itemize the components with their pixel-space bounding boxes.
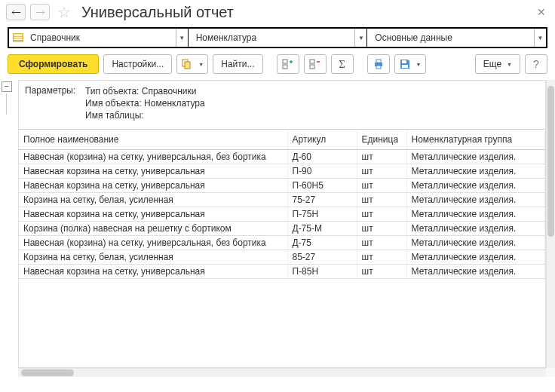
report-table: Полное наименование Артикул Единица Номе… — [19, 129, 545, 279]
generate-button-label: Сформировать — [19, 59, 87, 69]
table-row[interactable]: Навесная корзина на сетку, универсальная… — [19, 164, 545, 179]
table-row[interactable]: Навесная (корзина) на сетку, универсальн… — [19, 150, 545, 164]
cell-name: Навесная корзина на сетку, универсальная — [19, 164, 287, 179]
dropdown-icon[interactable]: ▼ — [354, 29, 366, 47]
dropdown-icon[interactable]: ▼ — [534, 29, 546, 47]
cell-name: Навесная корзина на сетку, универсальная — [19, 265, 287, 279]
variants-icon — [181, 58, 193, 70]
toolbar: Сформировать Настройки... ▼ Найти... Σ ▼… — [0, 54, 555, 80]
cell-unit: шт — [357, 179, 406, 193]
cell-group: Металлические изделия. — [406, 193, 545, 207]
cell-name: Корзина на сетку, белая, усиленная — [19, 193, 287, 207]
svg-rect-6 — [283, 60, 287, 63]
cell-article: Д-75-М — [287, 222, 357, 236]
cell-article: 85-27 — [287, 250, 357, 265]
more-button[interactable]: Еще ▼ — [475, 54, 520, 74]
cell-name: Навесная корзина на сетку, универсальная — [19, 179, 287, 193]
help-icon: ? — [533, 58, 539, 70]
catalog-icon — [12, 32, 24, 43]
cell-article: П-90 — [287, 164, 357, 179]
svg-rect-7 — [283, 65, 287, 69]
svg-rect-14 — [402, 65, 408, 68]
variants-button[interactable]: ▼ — [176, 54, 208, 74]
save-button[interactable]: ▼ — [394, 54, 426, 74]
chevron-down-icon: ▼ — [507, 62, 512, 67]
cell-unit: шт — [357, 222, 406, 236]
table-row[interactable]: Навесная (корзина) на сетку, универсальн… — [19, 236, 545, 250]
floppy-icon — [399, 58, 411, 70]
selector-object-name-text: Номенклатура — [189, 32, 355, 43]
scrollbar-thumb[interactable] — [21, 369, 74, 376]
cell-unit: шт — [357, 164, 406, 179]
cell-article: 75-27 — [287, 193, 357, 207]
dropdown-icon[interactable]: ▼ — [176, 29, 188, 47]
column-header-group[interactable]: Номенклатурная группа — [406, 130, 545, 150]
horizontal-scrollbar[interactable] — [18, 368, 546, 377]
cell-unit: шт — [357, 207, 406, 222]
cell-article: Д-60 — [287, 150, 357, 164]
cell-name: Корзина (полка) навесная на решетку с бо… — [19, 222, 287, 236]
cell-article: П-60Н5 — [287, 179, 357, 193]
cell-unit: шт — [357, 265, 406, 279]
table-row[interactable]: Навесная корзина на сетку, универсальная… — [19, 265, 545, 279]
help-button[interactable]: ? — [525, 54, 547, 74]
cell-name: Корзина на сетку, белая, усиленная — [19, 250, 287, 265]
find-button[interactable]: Найти... — [213, 54, 262, 74]
sigma-icon: Σ — [339, 58, 345, 71]
table-row[interactable]: Корзина (полка) навесная на решетку с бо… — [19, 222, 545, 236]
parameters-label: Параметры: — [25, 85, 85, 121]
vertical-scrollbar[interactable] — [546, 80, 555, 368]
column-header-unit[interactable]: Единица — [357, 130, 406, 150]
table-row[interactable]: Навесная корзина на сетку, универсальная… — [19, 207, 545, 222]
forward-button[interactable]: 🡒 — [30, 4, 50, 20]
cell-article: Д-75 — [287, 236, 357, 250]
back-button[interactable]: 🡐 — [6, 4, 26, 20]
svg-rect-9 — [310, 65, 314, 69]
cell-group: Металлические изделия. — [406, 207, 545, 222]
cell-name: Навесная (корзина) на сетку, универсальн… — [19, 150, 287, 164]
close-button[interactable]: ✕ — [534, 3, 549, 21]
selector-dataset[interactable]: Основные данные ▼ — [366, 29, 546, 47]
scrollbar-thumb[interactable] — [547, 86, 554, 237]
selector-bar: Справочник ▼ Номенклатура ▼ Основные дан… — [8, 27, 547, 48]
collapse-icon — [309, 58, 321, 70]
page-title: Универсальный отчет — [81, 4, 234, 21]
selector-dataset-text: Основные данные — [367, 32, 534, 43]
find-button-label: Найти... — [221, 59, 254, 69]
selector-object-type[interactable]: Справочник ▼ — [9, 29, 188, 47]
table-row[interactable]: Корзина на сетку, белая, усиленная85-27ш… — [19, 250, 545, 265]
chevron-down-icon: ▼ — [198, 62, 204, 67]
expand-groups-button[interactable] — [277, 54, 299, 74]
param-line: Тип объекта: Справочники — [85, 85, 205, 97]
svg-rect-12 — [376, 66, 381, 69]
collapse-groups-button[interactable] — [304, 54, 327, 74]
selector-object-type-text: Справочник — [27, 32, 176, 43]
param-line: Имя таблицы: — [85, 109, 205, 121]
print-button[interactable] — [367, 54, 390, 74]
column-header-article[interactable]: Артикул — [287, 130, 357, 150]
report-body: Параметры: Тип объекта: Справочники Имя … — [18, 80, 546, 368]
chevron-down-icon: ▼ — [416, 62, 422, 67]
selector-object-name[interactable]: Номенклатура ▼ — [188, 29, 367, 47]
cell-group: Металлические изделия. — [406, 222, 545, 236]
more-button-label: Еще — [483, 59, 501, 69]
svg-rect-11 — [376, 60, 381, 63]
favorite-star-icon[interactable]: ☆ — [56, 4, 72, 20]
table-row[interactable]: Корзина на сетку, белая, усиленная75-27ш… — [19, 193, 545, 207]
settings-button[interactable]: Настройки... — [103, 54, 172, 74]
outline-collapse-button[interactable]: − — [2, 81, 12, 92]
cell-group: Металлические изделия. — [406, 236, 545, 250]
cell-group: Металлические изделия. — [406, 179, 545, 193]
svg-rect-13 — [402, 60, 406, 63]
column-header-name[interactable]: Полное наименование — [19, 130, 287, 150]
parameters-block: Параметры: Тип объекта: Справочники Имя … — [19, 81, 545, 129]
sum-button[interactable]: Σ — [331, 54, 354, 74]
printer-icon — [373, 58, 385, 70]
cell-name: Навесная (корзина) на сетку, универсальн… — [19, 236, 287, 250]
cell-group: Металлические изделия. — [406, 164, 545, 179]
cell-group: Металлические изделия. — [406, 250, 545, 265]
cell-unit: шт — [357, 250, 406, 265]
table-row[interactable]: Навесная корзина на сетку, универсальная… — [19, 179, 545, 193]
scrollbar-corner — [546, 368, 555, 377]
generate-button[interactable]: Сформировать — [8, 54, 99, 74]
